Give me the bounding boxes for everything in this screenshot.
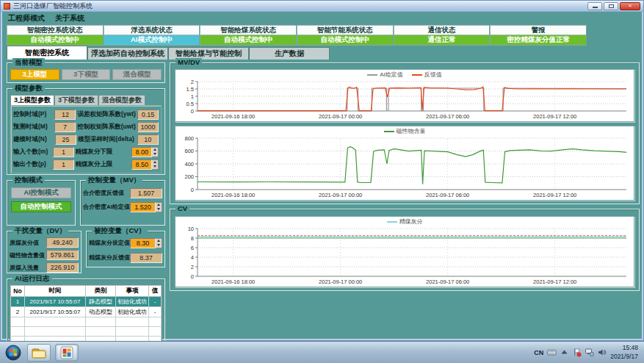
ai-log-cell (11, 327, 25, 337)
param-tab[interactable]: 混合模型参数 (98, 95, 145, 105)
up-arrow-icon[interactable] (560, 348, 569, 357)
ai-log-header-cell: 值 (149, 286, 162, 297)
field-label: 原煤灰分值 (10, 239, 46, 247)
group-label: 控制变量（MV） (86, 176, 142, 184)
model-params-body: 控制时域(P)12误差权矩阵系数(ywt)0.15预测时域(M)7控制权矩阵系数… (10, 105, 162, 173)
scada-app-icon (60, 346, 73, 359)
model-select-button[interactable]: 3下模型 (62, 69, 111, 80)
mvdv-chart-group: MV/DV AI给定值反馈值2021-09-16 18:002021-09-17… (170, 62, 640, 204)
value-field[interactable]: 8.00 (131, 147, 152, 157)
value-field[interactable]: 8.30 (130, 238, 156, 248)
value-spinbox[interactable]: 8.50 (131, 159, 159, 170)
ai-log-header-cell: 时间 (24, 286, 85, 297)
ai-log-cell: 2 (11, 307, 25, 317)
status-column: 浮选系统状态AI模式控制中 (104, 25, 200, 46)
language-indicator[interactable]: CN (534, 349, 543, 356)
minimize-button[interactable] (587, 2, 602, 10)
dv-group: 干扰变量（DV） 原煤灰分值49.240磁性物含量值579.861原煤入洗量22… (7, 231, 82, 273)
control-mode-button[interactable]: AI控制模式 (11, 187, 71, 198)
down-arrow-icon (157, 244, 160, 246)
taskbar: CN 15:48 2021/9/17 (0, 341, 644, 363)
maximize-button[interactable] (604, 2, 618, 10)
group-label: 被控变量（CV） (92, 226, 148, 235)
value-field: 1.507 (130, 188, 162, 198)
ai-log-row[interactable]: 22021/9/17 10:55:07动态模型初始化成功- (11, 307, 162, 317)
cv-group: 被控变量（CV） 精煤灰分设定值8.30精煤灰分反馈值8.37 (86, 231, 165, 267)
keyboard-icon[interactable] (547, 348, 557, 357)
ai-log-cell: - (149, 307, 162, 317)
spin-down-button[interactable] (156, 207, 162, 212)
spin-down-button[interactable] (152, 152, 158, 157)
start-button[interactable] (4, 343, 23, 362)
mv-field-row: 合介密度反馈值1.507 (83, 187, 162, 198)
spin-down-button[interactable] (156, 243, 162, 248)
app-icon (4, 3, 10, 10)
group-label: 模型参数 (12, 84, 45, 93)
action-center-flag-icon[interactable] (572, 348, 582, 357)
value-spinbox[interactable]: 8.30 (130, 238, 162, 248)
up-arrow-icon (157, 240, 160, 242)
ai-log-cell (149, 327, 162, 337)
value-spinbox[interactable]: 1.520 (130, 202, 162, 212)
param-tab[interactable]: 3下模型参数 (54, 95, 98, 105)
cv-chart-group: CV 精煤灰分2021-09-16 18:002021-09-17 00:002… (170, 209, 640, 291)
status-grid: 智能密控系统状态自动模式控制中浮选系统状态AI模式控制中智能给煤系统状态自动模式… (7, 25, 587, 46)
ai-log-cell: 2021/9/17 10:55:07 (24, 307, 85, 317)
ai-log-cell (86, 327, 116, 337)
param-tab[interactable]: 3上模型参数 (10, 95, 54, 105)
value-field: 1000 (137, 122, 159, 132)
close-button[interactable]: × (620, 2, 640, 10)
legend-item: 反馈值 (412, 71, 442, 79)
ai-log-table-wrap[interactable]: No时间类别事项值12021/9/17 10:55:07静态模型初始化成功-22… (10, 284, 162, 347)
taskbar-clock[interactable]: 15:48 2021/9/17 (610, 344, 638, 360)
down-arrow-icon (153, 153, 156, 155)
value-field[interactable]: 1.520 (130, 202, 156, 212)
model-select-button[interactable]: 混合模型 (112, 69, 162, 80)
value-field: 8.37 (130, 253, 162, 263)
status-column: 警报密控精煤灰分值正常 (490, 25, 587, 46)
svg-text:4: 4 (191, 254, 194, 261)
svg-text:8: 8 (191, 235, 194, 242)
model-select-button[interactable]: 3上模型 (10, 69, 59, 80)
ai-log-cell: 初始化成功 (115, 297, 148, 307)
cv-field-row: 精煤灰分反馈值8.37 (89, 252, 162, 263)
legend-swatch (387, 221, 397, 223)
model-params-group: 模型参数 3上模型参数3下模型参数混合模型参数 控制时域(P)12误差权矩阵系数… (7, 88, 165, 175)
title-bar[interactable]: 三河口选煤厂智能控制系统 × (1, 1, 643, 12)
ai-log-cell (24, 327, 85, 337)
model-params-tabs: 3上模型参数3下模型参数混合模型参数 (10, 95, 162, 105)
control-mode-button[interactable]: 自动控制模式 (11, 201, 71, 212)
ai-log-cell (149, 317, 162, 327)
ai-log-empty-row (11, 327, 162, 337)
menu-item[interactable]: 关于系统 (55, 13, 84, 24)
status-column: 智能密控系统状态自动模式控制中 (7, 25, 104, 46)
status-value: AI模式控制中 (104, 35, 200, 46)
current-model-group: 当前模型 3上模型3下模型混合模型 (7, 62, 165, 83)
status-column: 通信状态通信正常 (394, 25, 491, 46)
taskbar-explorer-button[interactable] (27, 344, 51, 362)
chart-canvas: 2021-09-16 18:002021-09-17 00:002021-09-… (176, 136, 632, 198)
main-tab[interactable]: 浮选加药自动控制系统 (87, 47, 168, 60)
taskbar-scada-app-button[interactable] (55, 344, 79, 362)
menu-item[interactable]: 工程师模式 (8, 13, 45, 24)
value-field[interactable]: 8.50 (131, 159, 152, 170)
main-tab[interactable]: 生产数据 (249, 47, 330, 60)
ai-log-cell: 初始化成功 (115, 307, 148, 317)
param-label: 控制权矩阵系数(uwt) (77, 123, 136, 132)
volume-icon[interactable] (597, 348, 607, 357)
group-label: AI运行日志 (12, 274, 52, 283)
value-spinbox[interactable]: 8.00 (131, 147, 159, 157)
ai-log-row[interactable]: 12021/9/17 10:55:07静态模型初始化成功- (11, 297, 162, 307)
clock-time: 15:48 (610, 344, 638, 352)
minimize-icon (593, 7, 598, 8)
control-mode-group: 控制模式 AI控制模式自动控制模式 (7, 180, 76, 226)
cv-field-row: 精煤灰分设定值8.30 (89, 237, 162, 248)
ai-log-cell (24, 317, 85, 327)
up-arrow-icon (153, 148, 156, 151)
spin-down-button[interactable] (152, 165, 158, 169)
folder-icon (32, 347, 46, 359)
status-value: 自动模式控制中 (297, 35, 393, 46)
network-icon[interactable] (585, 348, 594, 357)
status-value: 自动模式控制中 (7, 35, 103, 46)
status-value: 自动模式控制中 (200, 35, 296, 46)
